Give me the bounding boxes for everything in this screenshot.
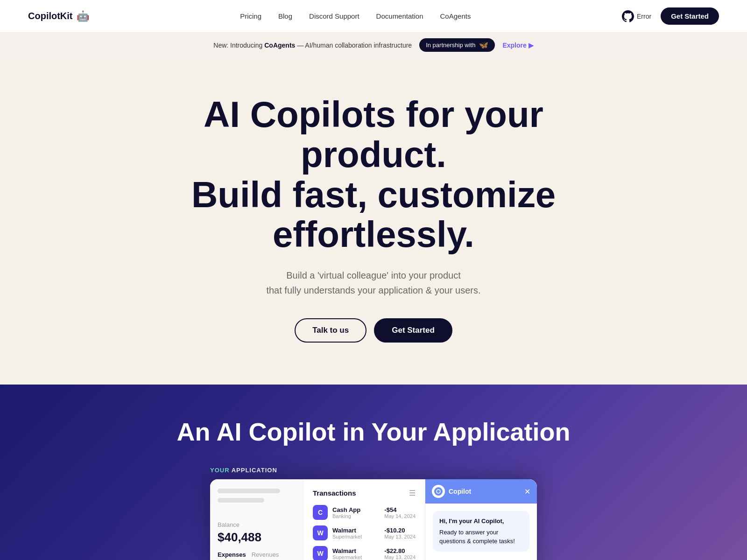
transaction-amount-2: -$10.20 <box>384 527 416 534</box>
transaction-icon-walmart1: W <box>313 525 328 540</box>
transaction-category-3: Supermarket <box>332 554 380 560</box>
nav-blog[interactable]: Blog <box>278 12 292 20</box>
banner-text: New: Introducing CoAgents — AI/human col… <box>213 42 412 49</box>
filter-icon[interactable]: ☰ <box>409 489 416 497</box>
copilot-name: Copilot <box>449 488 471 495</box>
transaction-item: C Cash App Banking -$54 May 14, 2024 <box>313 505 416 520</box>
copilot-panel: Copilot ✕ Hi, I'm your AI Copilot, Ready… <box>425 479 537 560</box>
transaction-amount-1: -$54 <box>384 506 416 513</box>
copilot-avatar-inner <box>434 487 443 496</box>
copilot-avatar <box>432 485 445 498</box>
copilot-header: Copilot ✕ <box>425 479 537 504</box>
tab-expenses[interactable]: Expenses <box>218 551 246 558</box>
transaction-icon-cashapp: C <box>313 505 328 520</box>
github-icon <box>622 10 634 22</box>
hero-title: AI Copilots for your product. Build fast… <box>163 95 584 255</box>
transaction-category-2: Supermarket <box>332 534 380 539</box>
explore-link[interactable]: Explore ▶ <box>502 42 533 49</box>
transaction-amount-3: -$22.80 <box>384 547 416 554</box>
transaction-amount-date-2: -$10.20 May 13, 2024 <box>384 527 416 539</box>
nav-docs[interactable]: Documentation <box>376 12 423 20</box>
transaction-date-2: May 13, 2024 <box>384 534 416 539</box>
logo-icon: 🤖 <box>77 10 89 22</box>
copilot-header-left: Copilot <box>432 485 471 498</box>
partnership-badge: In partnership with 🦋 <box>419 38 495 52</box>
demo-section: An AI Copilot in Your Application YOUR A… <box>0 385 747 560</box>
transaction-amount-date-3: -$22.80 May 13, 2024 <box>384 547 416 560</box>
transaction-name-1: Cash App <box>332 506 380 513</box>
explore-arrow-icon: ▶ <box>529 42 534 49</box>
transaction-details-1: Cash App Banking <box>332 506 380 519</box>
logo[interactable]: CopilotKit 🤖 <box>28 10 89 22</box>
hero-section: AI Copilots for your product. Build fast… <box>0 57 747 385</box>
nav-links: Pricing Blog Discord Support Documentati… <box>240 12 471 20</box>
logo-text: CopilotKit <box>28 11 73 21</box>
copilot-message-bubble: Hi, I'm your AI Copilot, Ready to answer… <box>433 511 529 552</box>
navbar: CopilotKit 🤖 Pricing Blog Discord Suppor… <box>0 0 747 33</box>
transaction-item-2: W Walmart Supermarket -$10.20 May 13, 20… <box>313 525 416 540</box>
partnership-icon: 🦋 <box>479 41 488 49</box>
partnership-text: In partnership with <box>426 42 475 49</box>
transaction-details-3: Walmart Supermarket <box>332 547 380 560</box>
transaction-category-1: Banking <box>332 513 380 519</box>
nav-discord[interactable]: Discord Support <box>309 12 359 20</box>
transaction-date-3: May 13, 2024 <box>384 554 416 560</box>
nav-right: Error Get Started <box>622 7 719 25</box>
app-main: Transactions ☰ C Cash App Banking -$54 M… <box>303 479 425 560</box>
transactions-header: Transactions ☰ <box>313 489 416 497</box>
copilot-close-button[interactable]: ✕ <box>524 487 530 496</box>
transaction-icon-walmart2: W <box>313 546 328 560</box>
banner-highlight: CoAgents <box>264 42 295 49</box>
sidebar-line-1 <box>218 489 280 493</box>
copilot-message-body: Ready to answer your questions & complet… <box>439 529 515 545</box>
copilot-body: Hi, I'm your AI Copilot, Ready to answer… <box>425 504 537 559</box>
nav-coagents[interactable]: CoAgents <box>440 12 471 20</box>
tab-revenues[interactable]: Revenues <box>252 551 279 558</box>
transaction-amount-date-1: -$54 May 14, 2024 <box>384 506 416 519</box>
copilot-message-text: Hi, I'm your AI Copilot, Ready to answer… <box>439 517 523 546</box>
nav-get-started-button[interactable]: Get Started <box>661 7 719 25</box>
copilot-avatar-icon <box>435 488 442 495</box>
nav-error-label: Error <box>637 13 651 20</box>
announcement-banner: New: Introducing CoAgents — AI/human col… <box>0 33 747 57</box>
transaction-details-2: Walmart Supermarket <box>332 527 380 539</box>
svg-point-1 <box>437 490 440 493</box>
github-link[interactable]: Error <box>622 10 651 22</box>
sidebar-line-2 <box>218 498 264 503</box>
demo-app-label: YOUR APPLICATION <box>210 467 537 474</box>
nav-pricing[interactable]: Pricing <box>240 12 261 20</box>
talk-to-us-button[interactable]: Talk to us <box>295 318 366 343</box>
expense-tabs: Expenses Revenues <box>218 551 296 560</box>
transaction-item-3: W Walmart Supermarket -$22.80 May 13, 20… <box>313 546 416 560</box>
hero-subtitle: Build a 'virtual colleague' into your pr… <box>266 268 480 298</box>
balance-amount: $40,488 <box>218 530 296 545</box>
copilot-greeting: Hi, I'm your AI Copilot, <box>439 517 523 526</box>
transaction-date-1: May 14, 2024 <box>384 513 416 519</box>
demo-title: An AI Copilot in Your Application <box>177 417 571 446</box>
balance-label: Balance <box>218 521 296 528</box>
transactions-title: Transactions <box>313 489 356 497</box>
hero-buttons: Talk to us Get Started <box>295 318 452 343</box>
transaction-name-3: Walmart <box>332 547 380 554</box>
hero-get-started-button[interactable]: Get Started <box>374 318 452 343</box>
transaction-name-2: Walmart <box>332 527 380 534</box>
app-sidebar: Balance $40,488 Expenses Revenues <box>210 479 303 560</box>
app-mockup: Balance $40,488 Expenses Revenues Transa… <box>210 479 537 560</box>
